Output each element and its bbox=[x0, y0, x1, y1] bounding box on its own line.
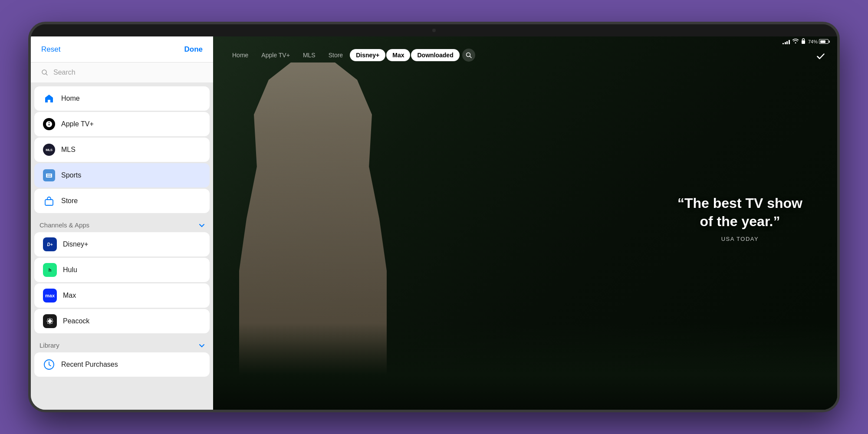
search-tab-button[interactable] bbox=[462, 49, 475, 62]
svg-rect-6 bbox=[46, 175, 52, 176]
channel-item-peacock[interactable]: Peacock bbox=[34, 309, 210, 333]
library-chevron[interactable] bbox=[199, 342, 204, 349]
lock-icon bbox=[801, 38, 806, 45]
sidebar-header: Reset Done bbox=[31, 36, 213, 62]
svg-rect-9 bbox=[51, 174, 52, 178]
sidebar: Reset Done Search bbox=[31, 36, 213, 410]
nav-item-store[interactable]: Store bbox=[34, 189, 210, 213]
search-label: Search bbox=[53, 69, 76, 76]
quote-overlay: “The best TV showof the year.” USA TODAY bbox=[677, 194, 802, 242]
reset-button[interactable]: Reset bbox=[41, 45, 60, 54]
mls-icon: MLS bbox=[43, 144, 55, 156]
camera bbox=[432, 29, 436, 32]
nav-item-appletv[interactable]: Apple TV+ bbox=[34, 112, 210, 136]
tab-downloaded[interactable]: Downloaded bbox=[411, 49, 459, 61]
done-button[interactable]: Done bbox=[184, 45, 203, 54]
tab-mls[interactable]: MLS bbox=[297, 49, 322, 61]
store-icon bbox=[43, 195, 55, 207]
home-icon bbox=[43, 92, 55, 105]
tabs-nav: Home Apple TV+ MLS Store Disney+ Max Dow… bbox=[222, 49, 802, 62]
sports-icon bbox=[43, 169, 55, 181]
battery-container: 74% bbox=[808, 39, 829, 44]
hero-source: USA TODAY bbox=[677, 236, 802, 242]
channels-chevron[interactable] bbox=[199, 222, 204, 229]
channel-disney-label: Disney+ bbox=[63, 240, 88, 248]
search-row[interactable]: Search bbox=[31, 62, 213, 83]
hulu-logo: h bbox=[43, 263, 57, 277]
channels-title: Channels & Apps bbox=[39, 221, 89, 229]
svg-rect-8 bbox=[46, 174, 47, 178]
wifi-icon bbox=[792, 39, 799, 45]
tab-store[interactable]: Store bbox=[322, 49, 349, 61]
disney-logo: D+ bbox=[43, 237, 57, 251]
library-title: Library bbox=[39, 342, 59, 349]
channel-hulu-label: Hulu bbox=[63, 266, 77, 274]
nav-item-home-label: Home bbox=[61, 95, 80, 102]
signal-bars bbox=[783, 39, 790, 44]
battery-percent: 74% bbox=[808, 39, 818, 44]
svg-point-11 bbox=[48, 319, 52, 323]
library-recent-label: Recent Purchases bbox=[61, 361, 118, 368]
appletv-icon bbox=[43, 118, 55, 130]
svg-line-4 bbox=[46, 74, 48, 76]
nav-item-appletv-label: Apple TV+ bbox=[61, 120, 94, 128]
clock-icon bbox=[43, 358, 55, 371]
channel-peacock-label: Peacock bbox=[63, 317, 89, 325]
channel-item-disney[interactable]: D+ Disney+ bbox=[34, 232, 210, 256]
battery-icon bbox=[819, 39, 829, 44]
peacock-logo bbox=[43, 314, 57, 328]
nav-item-store-label: Store bbox=[61, 197, 78, 205]
nav-item-home[interactable]: Home bbox=[34, 86, 210, 111]
battery-fill bbox=[820, 40, 826, 43]
svg-line-2 bbox=[470, 56, 471, 58]
tablet: “The best TV showof the year.” USA TODAY bbox=[28, 22, 840, 412]
status-bar: 74% bbox=[783, 38, 829, 45]
svg-rect-7 bbox=[46, 177, 52, 178]
channel-item-hulu[interactable]: h Hulu bbox=[34, 258, 210, 282]
library-section-header: Library bbox=[31, 335, 213, 352]
hero-quote: “The best TV showof the year.” bbox=[677, 194, 802, 230]
hero-foliage bbox=[213, 323, 837, 410]
tab-home[interactable]: Home bbox=[226, 49, 254, 61]
nav-item-sports[interactable]: Sports bbox=[34, 163, 210, 187]
library-item-recent[interactable]: Recent Purchases bbox=[34, 352, 210, 377]
tab-disney[interactable]: Disney+ bbox=[350, 49, 385, 61]
svg-rect-10 bbox=[45, 200, 53, 205]
channel-max-label: Max bbox=[63, 292, 76, 299]
tab-max[interactable]: Max bbox=[386, 49, 410, 61]
screen: “The best TV showof the year.” USA TODAY bbox=[31, 36, 837, 410]
sidebar-content: Search Home bbox=[31, 62, 213, 410]
channel-item-max[interactable]: max Max bbox=[34, 283, 210, 308]
nav-item-mls[interactable]: MLS MLS bbox=[34, 138, 210, 162]
nav-item-sports-label: Sports bbox=[61, 171, 81, 179]
tab-appletv[interactable]: Apple TV+ bbox=[255, 49, 296, 61]
svg-rect-0 bbox=[802, 40, 805, 44]
checkmark-button[interactable] bbox=[813, 49, 829, 64]
max-logo: max bbox=[43, 289, 57, 302]
top-bar bbox=[31, 24, 837, 36]
svg-rect-5 bbox=[46, 174, 52, 174]
channels-section-header: Channels & Apps bbox=[31, 214, 213, 232]
nav-item-mls-label: MLS bbox=[61, 146, 76, 154]
